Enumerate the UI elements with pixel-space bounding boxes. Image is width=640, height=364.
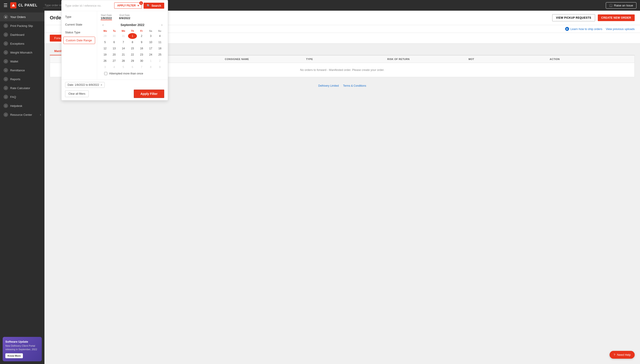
- calendar-day[interactable]: 29: [101, 33, 109, 39]
- calendar-day[interactable]: 8: [146, 64, 155, 70]
- calendar-day[interactable]: 5: [101, 39, 109, 45]
- calendar-day[interactable]: 24: [146, 52, 155, 58]
- sidebar-item-print-packing-slip[interactable]: ○ Print Packing Slip: [0, 21, 44, 30]
- day-we: We: [119, 30, 128, 32]
- remittance-icon: ○: [4, 68, 8, 72]
- sidebar-item-faq[interactable]: ○ FAQ: [0, 92, 44, 101]
- apply-filter-main-button[interactable]: Apply Filter: [134, 90, 164, 98]
- calendar-day[interactable]: 9: [156, 64, 164, 70]
- sidebar-item-reports[interactable]: ○ Reports: [0, 75, 44, 84]
- calendar-day[interactable]: 1: [128, 33, 137, 39]
- sidebar-label-faq: FAQ: [10, 95, 16, 99]
- calendar-day[interactable]: 2: [156, 58, 164, 64]
- calendar-day[interactable]: 20: [110, 52, 118, 58]
- know-more-button[interactable]: Know More: [5, 353, 23, 358]
- date-chip-close-icon[interactable]: ×: [100, 83, 102, 86]
- filter-status-type-item[interactable]: Status Type: [62, 28, 97, 36]
- sidebar: ● Your Orders ○ Print Packing Slip ○ Das…: [0, 11, 44, 364]
- question-icon: ?: [614, 353, 615, 356]
- calendar-day[interactable]: 29: [128, 58, 137, 64]
- calendar-day[interactable]: 4: [156, 33, 164, 39]
- calendar-day[interactable]: 15: [128, 46, 137, 51]
- helpdesk-icon: ○: [4, 104, 8, 108]
- calendar-day[interactable]: 30: [137, 58, 146, 64]
- calendar-day[interactable]: 25: [156, 52, 164, 58]
- sidebar-item-helpdesk[interactable]: ○ Helpdesk: [0, 101, 44, 110]
- start-date-tab[interactable]: Start Date 1/9/2022: [101, 14, 112, 20]
- calendar-day[interactable]: 13: [110, 46, 118, 51]
- learn-ship-link[interactable]: ▶ Learn how to ship orders: [565, 27, 602, 31]
- prev-month-button[interactable]: ‹: [101, 22, 105, 28]
- calendar-day[interactable]: 6: [128, 64, 137, 70]
- create-order-button[interactable]: CREATE NEW ORDER: [598, 14, 635, 21]
- delhivery-link[interactable]: Delhivery Limited: [318, 84, 339, 87]
- apply-filter-top-button[interactable]: APPLY FILTER 1 ▾: [114, 2, 142, 9]
- sidebar-label-remittance: Remittance: [10, 69, 25, 72]
- calendar-header: ‹ September 2022 ›: [101, 22, 164, 28]
- calendar-day[interactable]: 19: [101, 52, 109, 58]
- clear-filters-button[interactable]: Clear all filters: [65, 90, 89, 97]
- attempted-checkbox[interactable]: [104, 72, 107, 75]
- calendar-day[interactable]: 26: [101, 58, 109, 64]
- calendar-day[interactable]: 1: [146, 58, 155, 64]
- calendar-day[interactable]: 17: [146, 46, 155, 51]
- calendar-day[interactable]: 6: [110, 39, 118, 45]
- view-uploads-link[interactable]: View previous uploads: [606, 27, 635, 31]
- filter-order-input[interactable]: [65, 4, 112, 7]
- raise-issue-button[interactable]: 🎧 Raise an Issue: [606, 2, 636, 9]
- calendar-day[interactable]: 16: [137, 46, 146, 51]
- next-month-button[interactable]: ›: [160, 22, 164, 28]
- calendar-day[interactable]: 3: [101, 64, 109, 70]
- sidebar-item-dashboard[interactable]: ○ Dashboard: [0, 30, 44, 39]
- dashboard-icon: ○: [4, 32, 8, 37]
- sidebar-label-print-packing-slip: Print Packing Slip: [10, 24, 33, 28]
- filter-custom-date-item[interactable]: Custom Date Range: [63, 37, 95, 44]
- calendar-day[interactable]: 12: [101, 46, 109, 51]
- filter-current-state-item[interactable]: Current State: [62, 21, 97, 28]
- calendar-day[interactable]: 7: [137, 64, 146, 70]
- terms-link[interactable]: Terms & Conditions: [343, 84, 366, 87]
- need-help-button[interactable]: ? Need Help: [610, 351, 635, 359]
- calendar-day[interactable]: 28: [119, 58, 128, 64]
- sidebar-label-resource-center: Resource Center: [10, 113, 32, 116]
- calendar-day[interactable]: 18: [156, 46, 164, 51]
- calendar-day[interactable]: 22: [128, 52, 137, 58]
- sidebar-item-rate-calculator[interactable]: ○ Rate Calculator: [0, 84, 44, 92]
- sidebar-item-your-orders[interactable]: ● Your Orders: [0, 12, 44, 21]
- sidebar-label-rate-calculator: Rate Calculator: [10, 86, 30, 90]
- calendar-day[interactable]: 7: [119, 39, 128, 45]
- sidebar-item-wallet[interactable]: ○ Wallet: [0, 57, 44, 66]
- sidebar-item-exceptions[interactable]: ○ Exceptions: [0, 39, 44, 48]
- sidebar-item-remittance[interactable]: ○ Remittance: [0, 66, 44, 75]
- calendar-day[interactable]: 2: [137, 33, 146, 39]
- calendar-day[interactable]: 27: [110, 58, 118, 64]
- hamburger-icon[interactable]: ☰: [4, 3, 8, 8]
- calendar-day[interactable]: 23: [137, 52, 146, 58]
- end-date-tab[interactable]: End Date 8/9/2022: [119, 14, 130, 20]
- calendar-day[interactable]: 9: [137, 39, 146, 45]
- calendar-day[interactable]: 4: [110, 64, 118, 70]
- sidebar-label-dashboard: Dashboard: [10, 33, 24, 36]
- chevron-right-icon: ›: [40, 113, 41, 116]
- sidebar-item-resource-center[interactable]: ○ Resource Center ›: [0, 110, 44, 119]
- calendar-day[interactable]: 8: [128, 39, 137, 45]
- search-button[interactable]: 🔍 Search: [144, 3, 164, 9]
- filter-topbar: APPLY FILTER 1 ▾ 🔍 Search: [62, 0, 168, 11]
- calendar-day[interactable]: 10: [146, 39, 155, 45]
- calendar-day[interactable]: 14: [119, 46, 128, 51]
- col-type: TYPE: [306, 58, 387, 60]
- filter-left-menu: Type Current State Status Type Custom Da…: [62, 11, 97, 80]
- calendar-day[interactable]: 11: [156, 39, 164, 45]
- day-mo: Mo: [101, 30, 110, 32]
- calendar-day[interactable]: 21: [119, 52, 128, 58]
- filter-type-item[interactable]: Type: [62, 13, 97, 21]
- need-help-label: Need Help: [617, 353, 631, 356]
- sidebar-item-weight-mismatch[interactable]: ○ Weight Mismatch: [0, 48, 44, 57]
- calendar-day[interactable]: 31: [119, 33, 128, 39]
- view-pickup-button[interactable]: VIEW PICKUP REQUESTS: [552, 14, 595, 21]
- calendar-day[interactable]: 30: [110, 33, 118, 39]
- calendar-day[interactable]: 3: [146, 33, 155, 39]
- weight-mismatch-icon: ○: [4, 50, 8, 55]
- headset-icon: 🎧: [609, 4, 613, 7]
- calendar-day[interactable]: 5: [119, 64, 128, 70]
